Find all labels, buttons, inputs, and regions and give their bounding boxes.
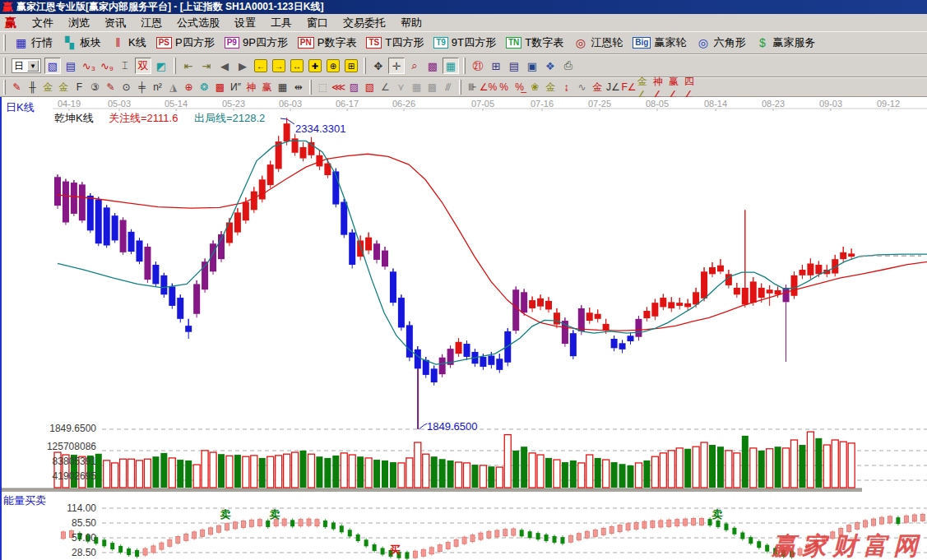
grid-tool-icon[interactable]: ▩ [424,58,441,74]
calendar-icon[interactable]: ㉑ [470,58,486,74]
toolbar-grip[interactable] [3,58,6,75]
p-square-button[interactable]: PSP四方形 [151,34,220,52]
save-icon[interactable]: ▣ [524,58,540,74]
grid-gray1-icon[interactable]: ▦ [410,81,424,95]
comb-icon[interactable]: ╫ [25,81,39,95]
print-icon[interactable]: ⎙ [560,58,577,74]
menu-item-1[interactable]: 浏览 [61,14,97,32]
map-tool-icon[interactable]: ▦ [443,58,459,74]
diamond-expand-icon[interactable]: ↔ [289,58,305,74]
percent-icon[interactable]: % [497,81,511,95]
last-bar-icon[interactable]: ⇥ [198,58,215,74]
lines-icon[interactable]: ⫻ [441,81,455,95]
pct-line-icon[interactable]: ∠% [481,81,495,95]
menu-item-2[interactable]: 资讯 [97,14,133,32]
zoom-icon[interactable]: ⌕ [406,58,423,74]
toolbar-grip[interactable] [3,80,6,95]
winner-wheel-button[interactable]: Big赢家轮 [628,34,691,52]
gold-level-icon[interactable]: 金 [544,81,558,95]
winner-service-button[interactable]: $赢家服务 [750,34,820,52]
gold-ring-icon[interactable]: ❀ [528,81,542,95]
gold-angle-icon[interactable]: 金∠ [637,81,651,95]
crosshair-icon[interactable]: ✛ [388,58,405,74]
9t-square-button[interactable]: T99T四方形 [429,34,501,52]
hexagon-button[interactable]: ◎六角形 [691,34,750,52]
wave9-icon[interactable]: ∿₉ [99,58,115,74]
report-icon[interactable]: ▤ [63,58,79,74]
diamond-right-icon[interactable]: → [271,58,287,74]
shen-angle-icon[interactable]: 神∠ [653,81,667,95]
gann-list-icon[interactable]: ⊪ [466,81,480,95]
ruler-icon[interactable]: ╪ [135,81,149,95]
menu-item-7[interactable]: 窗口 [299,14,336,32]
web-red-icon[interactable]: ▩ [213,81,227,95]
pencil2-icon[interactable]: ✎ [104,81,118,95]
toolbar-grip[interactable] [3,35,6,52]
pct-red-icon[interactable]: %̲ [512,81,526,95]
menu-item-4[interactable]: 公式选股 [169,14,227,32]
angle-icon[interactable]: ∠ [378,81,392,95]
diamond-left-icon[interactable]: ← [253,58,269,74]
fan-red1-icon[interactable]: ⋘ [331,81,345,95]
kline-chart[interactable] [2,97,927,560]
prev-icon[interactable]: ◀ [216,58,233,74]
9p-square-button[interactable]: P99P四方形 [220,34,293,52]
hand-icon[interactable]: ✥ [370,58,387,74]
curve-icon[interactable]: ∿ [575,81,589,95]
ying-angle-icon[interactable]: 赢∠ [669,81,683,95]
t-table-button[interactable]: TNT数字表 [501,34,568,52]
wave3-icon[interactable]: ∿₃ [81,58,97,74]
wave-mark-icon[interactable]: И″ [229,81,243,95]
candle-style-icon[interactable]: ⌶ [117,58,133,74]
menu-item-9[interactable]: 帮助 [393,14,429,32]
circle3-icon[interactable]: ③ [88,81,102,95]
target-red-icon[interactable]: ⊕ [182,81,196,95]
gold-gate1-icon[interactable]: 金 [41,81,55,95]
menu-item-6[interactable]: 工具 [263,14,299,32]
menu-item-3[interactable]: 江恩 [133,14,169,32]
j-angle-icon[interactable]: J∠ [606,81,620,95]
f-angle-icon[interactable]: F∠ [622,81,636,95]
next-icon[interactable]: ▶ [234,58,251,74]
updown-icon[interactable]: ↨ [559,81,573,95]
span-icon[interactable]: ⇹ [291,81,305,95]
gann-wheel-button[interactable]: ◎江恩轮 [568,34,628,52]
n2-icon[interactable]: n² [151,81,165,95]
fan-red2-icon[interactable]: ▧ [363,81,377,95]
menu-item-0[interactable]: 文件 [25,14,61,32]
gold-gate2-icon[interactable]: 金 [57,81,71,95]
kline-button[interactable]: ‖K线 [106,34,151,52]
box-gray-icon[interactable]: ⬚ [316,81,330,95]
diamond-zoomout-icon[interactable]: ⊞ [343,58,359,74]
chart-area[interactable]: 日K线 04-1905-0305-1405-2306-0306-1706-260… [0,97,927,560]
shen-grid-icon[interactable]: 神 [244,81,258,95]
four-angle-icon[interactable]: 四∠ [684,81,698,95]
grid123-icon[interactable]: ▦ [276,81,290,95]
menu-item-5[interactable]: 设置 [227,14,263,32]
calculator-icon[interactable]: ⊞ [488,58,504,74]
p-table-button[interactable]: PNP数字表 [293,34,362,52]
period-select[interactable]: 日▼ [12,58,41,73]
diamond-zoomin-icon[interactable]: ⊕ [325,58,341,74]
color-chart-icon[interactable]: ◩ [153,58,169,74]
angle-fan-icon[interactable]: ◮ [166,81,180,95]
pencil-red-icon[interactable]: ✎ [10,81,24,95]
menu-item-8[interactable]: 交易委托 [336,14,393,32]
cycle-icon[interactable]: ⊙ [119,81,133,95]
network-icon[interactable]: ❖ [542,58,559,74]
chevron-down-icon[interactable]: ▼ [27,60,39,72]
t-square-button[interactable]: TST四方形 [361,34,429,52]
web-teal-icon[interactable]: ❂ [197,81,211,95]
fan-purple-icon[interactable]: ▨ [347,81,361,95]
grid-gray2-icon[interactable]: ▩ [425,81,439,95]
gold-under-icon[interactable]: 金 [591,81,605,95]
layout-icon[interactable]: ▧ [44,58,61,74]
first-bar-icon[interactable]: ⇤ [180,58,197,74]
sectors-button[interactable]: ▚板块 [58,34,106,52]
notebook-icon[interactable]: ▤ [506,58,522,74]
zigzag-icon[interactable]: ⋎ [394,81,408,95]
ying-grid-icon[interactable]: 赢 [260,81,274,95]
quotes-button[interactable]: ▦行情 [9,34,58,52]
diamond-center-icon[interactable]: ✚ [307,58,323,74]
panel-label-daily-kline[interactable]: 日K线 [6,100,35,115]
